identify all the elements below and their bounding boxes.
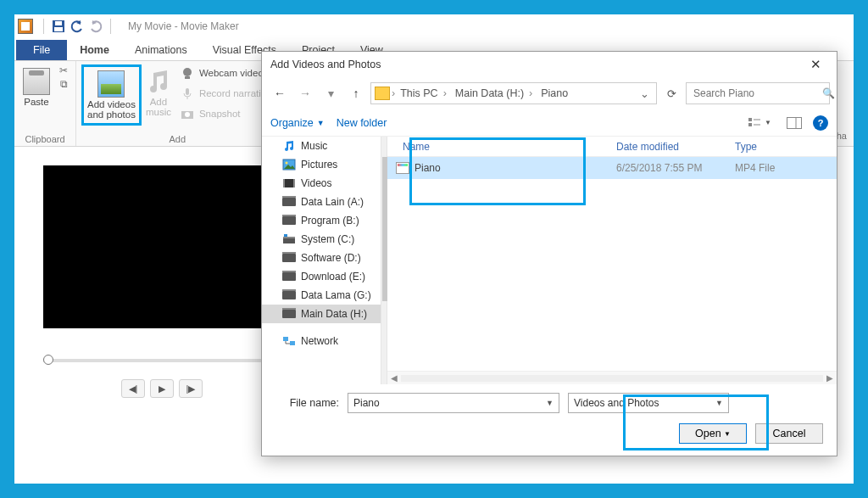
- svg-rect-1: [54, 27, 63, 31]
- undo-icon[interactable]: [68, 17, 86, 36]
- sysdisk-icon: [282, 233, 296, 245]
- search-input[interactable]: [692, 87, 822, 100]
- group-label-add: Add: [81, 134, 274, 144]
- svg-rect-4: [185, 76, 190, 79]
- tree-item-program-b-[interactable]: Program (B:): [262, 211, 381, 230]
- svg-rect-13: [787, 117, 802, 128]
- col-type[interactable]: Type: [726, 141, 837, 153]
- tree-item-main-data-h-[interactable]: Main Data (H:): [262, 305, 381, 323]
- disk-icon: [282, 289, 296, 301]
- path-piano[interactable]: Piano: [537, 87, 576, 99]
- snapshot-button[interactable]: Snapshot: [179, 105, 274, 122]
- svg-point-3: [183, 68, 192, 76]
- tab-home[interactable]: Home: [67, 40, 122, 60]
- horizontal-scrollbar[interactable]: ◀▶: [387, 371, 837, 384]
- add-videos-photos-dialog: Add Videos and Photos ✕ ← → ▾ ↑ › This P…: [261, 51, 837, 456]
- redo-icon[interactable]: [86, 17, 105, 36]
- search-box[interactable]: 🔍: [686, 82, 830, 104]
- prev-frame-button[interactable]: ◀|: [121, 379, 145, 398]
- dialog-toolbar: Organize▼ New folder ▼ ?: [262, 109, 837, 137]
- address-bar[interactable]: › This PC Main Data (H:) Piano ⌄: [370, 82, 657, 104]
- svg-rect-19: [293, 179, 295, 187]
- slider-thumb[interactable]: [43, 355, 53, 365]
- next-frame-button[interactable]: |▶: [179, 379, 203, 398]
- svg-rect-22: [284, 234, 287, 237]
- tree-item-videos[interactable]: Videos: [262, 174, 381, 193]
- pictures-icon: [97, 70, 125, 98]
- recent-locations-icon[interactable]: ▾: [320, 82, 342, 104]
- tab-animations[interactable]: Animations: [122, 40, 200, 60]
- timeline-slider[interactable]: [43, 359, 281, 362]
- preview-area: ◀| ▶ |▶: [43, 165, 281, 389]
- tree-item-download-e-[interactable]: Download (E:): [262, 267, 381, 286]
- nav-tree: MusicPicturesVideosData Lain (A:)Program…: [262, 137, 381, 384]
- webcam-button[interactable]: Webcam video: [179, 64, 274, 81]
- svg-rect-2: [55, 21, 62, 25]
- dialog-bottom: File name: Piano▼ Videos and Photos▼ Ope…: [262, 384, 837, 456]
- ribbon-overflow-text: ha: [837, 131, 847, 141]
- svg-point-8: [185, 112, 190, 117]
- video-file-icon: [396, 162, 409, 174]
- tree-item-music[interactable]: Music: [262, 137, 381, 155]
- dialog-title: Add Videos and Photos: [270, 59, 381, 70]
- cut-icon[interactable]: ✂: [57, 64, 70, 76]
- close-icon[interactable]: ✕: [803, 57, 828, 72]
- add-videos-photos-button[interactable]: Add videos and photos: [81, 64, 142, 126]
- file-row-piano[interactable]: Piano 6/25/2018 7:55 PM MP4 File: [387, 157, 837, 179]
- file-filter-dropdown[interactable]: Videos and Photos▼: [568, 393, 729, 413]
- svg-rect-5: [186, 88, 189, 95]
- preview-pane-button[interactable]: [782, 115, 806, 131]
- save-icon[interactable]: [49, 17, 68, 36]
- col-name[interactable]: Name: [387, 141, 608, 153]
- svg-rect-10: [748, 123, 752, 126]
- titlebar: My Movie - Movie Maker: [14, 14, 854, 38]
- tree-item-data-lain-a-[interactable]: Data Lain (A:): [262, 193, 381, 211]
- cancel-button[interactable]: Cancel: [755, 423, 823, 444]
- add-videos-label: Add videos and photos: [87, 99, 136, 120]
- disk-icon: [282, 196, 296, 208]
- path-main-data[interactable]: Main Data (H:): [452, 87, 536, 99]
- tab-file[interactable]: File: [16, 40, 67, 60]
- disk-icon: [282, 271, 296, 283]
- tree-item-software-d-[interactable]: Software (D:): [262, 249, 381, 267]
- svg-rect-21: [283, 237, 295, 238]
- refresh-icon[interactable]: ⟳: [660, 82, 682, 104]
- svg-rect-20: [283, 238, 295, 243]
- copy-icon[interactable]: ⧉: [57, 78, 70, 90]
- tree-scrollbar[interactable]: [381, 137, 387, 384]
- open-button[interactable]: Open ▼: [679, 423, 747, 444]
- back-icon[interactable]: ←: [269, 82, 291, 104]
- forward-icon[interactable]: →: [294, 82, 316, 104]
- tree-item-network[interactable]: Network: [262, 332, 381, 350]
- group-add: Add videos and photos Add music Webcam v…: [76, 61, 280, 146]
- paste-button[interactable]: Paste: [19, 64, 53, 110]
- record-narration-button[interactable]: Record narration: [179, 85, 274, 102]
- col-date[interactable]: Date modified: [608, 141, 726, 153]
- search-icon[interactable]: 🔍: [822, 87, 835, 99]
- tree-item-system-c-[interactable]: System (C:): [262, 230, 381, 249]
- path-this-pc[interactable]: This PC: [397, 87, 450, 99]
- tree-item-data-lama-g-[interactable]: Data Lama (G:): [262, 286, 381, 305]
- tree-item-pictures[interactable]: Pictures: [262, 155, 381, 174]
- music-icon: [282, 140, 296, 152]
- up-icon[interactable]: ↑: [345, 82, 367, 104]
- app-icon: [18, 19, 33, 34]
- file-type: MP4 File: [726, 162, 837, 174]
- file-date: 6/25/2018 7:55 PM: [608, 162, 726, 174]
- clipboard-icon: [23, 68, 50, 95]
- camera-icon: [181, 107, 194, 120]
- organize-button[interactable]: Organize▼: [270, 117, 325, 129]
- add-music-button[interactable]: Add music: [142, 64, 175, 120]
- mic-icon: [181, 87, 194, 100]
- group-clipboard: Paste ✂ ⧉ Clipboard: [14, 61, 76, 146]
- view-mode-button[interactable]: ▼: [743, 115, 776, 131]
- help-icon[interactable]: ?: [813, 115, 828, 131]
- filename-input[interactable]: Piano▼: [348, 393, 559, 413]
- add-music-label: Add music: [146, 97, 171, 117]
- transport-controls: ◀| ▶ |▶: [43, 379, 281, 398]
- play-button[interactable]: ▶: [150, 379, 174, 398]
- path-dropdown-icon[interactable]: ⌄: [637, 87, 653, 100]
- disk-icon: [282, 252, 296, 264]
- chevron-down-icon: ▼: [724, 430, 731, 438]
- new-folder-button[interactable]: New folder: [337, 117, 387, 129]
